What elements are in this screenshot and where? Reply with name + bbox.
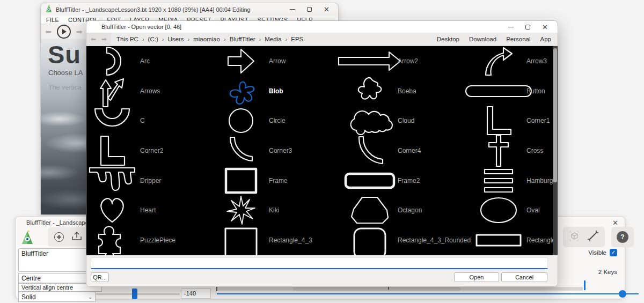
breadcrumb-item-blufftitler[interactable]: BluffTitler <box>230 36 255 42</box>
vector-item-corner4[interactable]: Corner4 <box>344 136 473 166</box>
quick-link-download[interactable]: Download <box>469 36 496 42</box>
play-icon <box>62 29 67 34</box>
oval-shape-icon <box>473 196 524 224</box>
quick-links: DesktopDownloadPersonalApp <box>437 36 558 42</box>
vector-item-oval[interactable]: Oval <box>473 195 558 225</box>
vector-item-frame2[interactable]: Frame2 <box>344 166 473 196</box>
position-value-field[interactable]: -140 <box>181 289 211 299</box>
position-slider-track[interactable] <box>96 293 180 295</box>
main-titlebar: BluffTitler - _LandscapeLesson3.bt 1920 … <box>41 3 338 16</box>
breadcrumb-item-thispc[interactable]: This PC <box>116 36 138 42</box>
vector-item-arrow[interactable]: Arrow <box>215 46 344 76</box>
close-icon[interactable]: ✕ <box>324 7 330 12</box>
vector-item-arrow3[interactable]: Arrow3 <box>473 46 558 76</box>
vector-item-label: Arrow3 <box>526 57 547 65</box>
vector-item-label: Arrows <box>140 87 160 95</box>
breadcrumb-item-miaomiao[interactable]: miaomiao <box>193 36 220 42</box>
vector-item-octagon[interactable]: Octagon <box>344 195 473 225</box>
vector-item-label: Frame <box>269 177 288 184</box>
help-icon[interactable]: ? <box>617 231 628 243</box>
vector-item-label: Circle <box>269 117 286 124</box>
vector-item-circle[interactable]: Circle <box>215 106 344 136</box>
scrollbar-thumb[interactable] <box>553 48 557 182</box>
vector-item-label: PuzzlePiece <box>140 237 175 244</box>
breadcrumb-item-users[interactable]: Users <box>167 36 184 42</box>
vector-item-boeba[interactable]: Boeba <box>344 76 473 106</box>
vector-item-rectangle_4_3[interactable]: Rectangle_4_3 <box>215 225 344 255</box>
cancel-button[interactable]: Cancel <box>501 272 547 282</box>
panel-close-icon[interactable]: ✕ <box>612 219 618 227</box>
previous-key-icon[interactable]: ⬅ <box>45 28 52 35</box>
timeline-slider-handle[interactable] <box>619 290 626 298</box>
vector-item-label: Arrow <box>269 57 286 65</box>
vector-item-c[interactable]: C <box>86 106 215 136</box>
add-layer-icon[interactable] <box>54 232 64 242</box>
dialog-maximize-icon[interactable] <box>525 25 530 29</box>
arrow2-shape-icon <box>344 50 396 72</box>
boeba-shape-icon <box>344 75 396 107</box>
vector-item-rectangle_4_3_rounded[interactable]: Rectangle_4_3_Rounded <box>344 225 473 255</box>
forward-icon[interactable]: ➡ <box>101 36 107 42</box>
vector-item-label: Corner3 <box>269 147 292 154</box>
vector-item-corner3[interactable]: Corner3 <box>215 136 344 166</box>
vector-item-label: Corner4 <box>398 147 421 154</box>
qr-button[interactable]: QR... <box>91 272 109 282</box>
dialog-minimize-icon[interactable] <box>508 27 514 27</box>
quick-link-app[interactable]: App <box>540 36 551 42</box>
heart-shape-icon <box>86 195 138 225</box>
vector-item-label: Corner2 <box>140 147 163 154</box>
vector-item-puzzlepiece[interactable]: PuzzlePiece <box>86 225 215 255</box>
breadcrumb-separator-icon: › <box>187 36 189 42</box>
next-key-icon[interactable]: ➡ <box>76 28 83 35</box>
rect43-shape-icon <box>215 227 267 254</box>
breadcrumb-item-media[interactable]: Media <box>265 36 281 42</box>
cube-tool-icon[interactable] <box>568 230 580 244</box>
quick-link-personal[interactable]: Personal <box>506 36 530 42</box>
vector-item-arrow2[interactable]: Arrow2 <box>344 46 473 76</box>
breadcrumb-item-eps[interactable]: EPS <box>291 36 303 42</box>
vector-item-label: Cross <box>526 147 543 154</box>
vector-item-dripper[interactable]: Dripper <box>86 166 215 196</box>
vector-item-heart[interactable]: Heart <box>86 195 215 225</box>
measure-tool-icon[interactable] <box>587 230 599 245</box>
open-button[interactable]: Open <box>454 272 499 282</box>
preview-headline-text: Su <box>48 40 81 69</box>
corner2-shape-icon <box>86 135 138 166</box>
octagon-shape-icon <box>344 195 396 225</box>
vector-item-corner2[interactable]: Corner2 <box>86 136 215 166</box>
breadcrumb: This PC›(C:)›Users›miaomiao›BluffTitler›… <box>111 36 437 42</box>
minimize-icon[interactable] <box>290 9 295 10</box>
vector-item-hamburger[interactable]: Hamburger <box>473 166 558 196</box>
filename-input[interactable] <box>91 257 548 269</box>
play-button[interactable] <box>57 25 71 39</box>
vector-item-blob[interactable]: Blob <box>215 76 344 106</box>
grid-scrollbar[interactable] <box>553 46 558 255</box>
dialog-footer: QR... Open Cancel <box>86 255 558 287</box>
breadcrumb-separator-icon: › <box>162 36 164 42</box>
vector-item-label: Boeba <box>398 87 416 95</box>
menu-item-file[interactable]: FILE <box>46 17 59 23</box>
back-icon[interactable]: ⬅ <box>91 36 96 42</box>
dialog-navbar: ⬅ ➡ This PC›(C:)›Users›miaomiao›BluffTit… <box>86 33 558 46</box>
button-shape-icon <box>473 84 524 98</box>
style-select-value: Solid <box>21 293 36 301</box>
export-icon[interactable] <box>71 231 82 243</box>
timeline-slider[interactable] <box>217 293 639 294</box>
visible-checkbox[interactable]: ✓ <box>610 249 617 256</box>
quick-link-desktop[interactable]: Desktop <box>437 36 459 42</box>
position-slider-handle[interactable] <box>132 289 137 299</box>
dialog-close-icon[interactable]: ✕ <box>542 25 548 29</box>
style-select[interactable]: Solid ⌄ <box>18 292 96 302</box>
maximize-icon[interactable] <box>307 7 312 12</box>
breadcrumb-item-c[interactable]: (C:) <box>148 36 158 42</box>
vector-item-arrows[interactable]: Arrows <box>86 76 215 106</box>
vector-item-corner1[interactable]: Corner1 <box>473 106 558 136</box>
timeline-track[interactable] <box>217 287 583 291</box>
vector-item-frame[interactable]: Frame <box>215 166 344 196</box>
vector-item-arc[interactable]: Arc <box>86 46 215 76</box>
vector-item-button[interactable]: Button <box>473 76 558 106</box>
vector-item-rectangle_16[interactable]: Rectangle_16 <box>473 225 558 255</box>
vector-item-cloud[interactable]: Cloud <box>344 106 473 136</box>
vector-item-cross[interactable]: Cross <box>473 136 558 166</box>
vector-item-kiki[interactable]: Kiki <box>215 195 344 225</box>
